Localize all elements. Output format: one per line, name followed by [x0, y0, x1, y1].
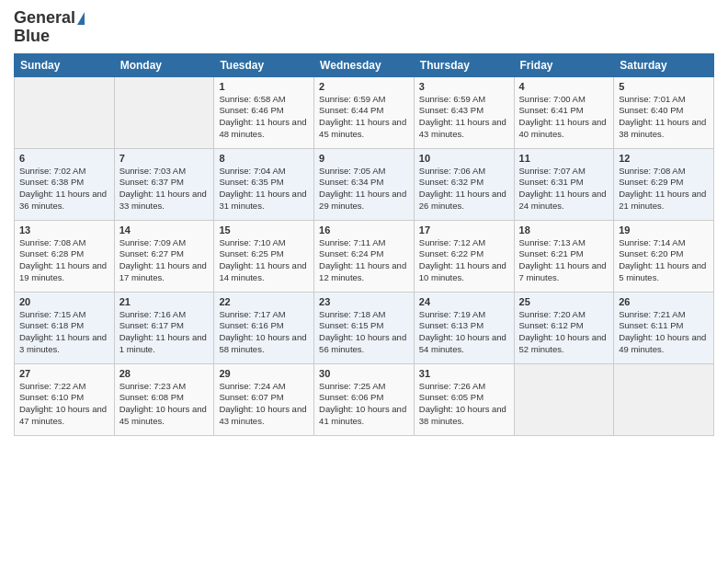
day-number: 26: [619, 296, 709, 307]
day-content: Sunrise: 7:20 AM Sunset: 6:12 PM Dayligh…: [519, 309, 609, 356]
day-content: Sunrise: 7:13 AM Sunset: 6:21 PM Dayligh…: [519, 237, 609, 284]
day-content: Sunrise: 7:07 AM Sunset: 6:31 PM Dayligh…: [519, 166, 609, 213]
day-number: 8: [219, 153, 309, 164]
day-cell: 17Sunrise: 7:12 AM Sunset: 6:22 PM Dayli…: [414, 220, 514, 292]
day-number: 24: [419, 296, 509, 307]
day-number: 20: [19, 296, 109, 307]
day-number: 4: [519, 81, 609, 92]
day-cell: 5Sunrise: 7:01 AM Sunset: 6:40 PM Daylig…: [614, 76, 714, 148]
day-number: 29: [219, 368, 309, 379]
day-cell: 10Sunrise: 7:06 AM Sunset: 6:32 PM Dayli…: [414, 148, 514, 220]
day-number: 31: [419, 368, 509, 379]
week-row-4: 20Sunrise: 7:15 AM Sunset: 6:18 PM Dayli…: [15, 292, 714, 363]
day-cell: 14Sunrise: 7:09 AM Sunset: 6:27 PM Dayli…: [114, 220, 214, 292]
day-cell: 1Sunrise: 6:58 AM Sunset: 6:46 PM Daylig…: [214, 76, 314, 148]
day-cell: [114, 76, 214, 148]
day-number: 1: [219, 81, 309, 92]
day-content: Sunrise: 7:14 AM Sunset: 6:20 PM Dayligh…: [619, 237, 709, 284]
logo-text-general: General: [14, 9, 75, 28]
day-content: Sunrise: 7:06 AM Sunset: 6:32 PM Dayligh…: [419, 166, 509, 213]
header-cell-saturday: Saturday: [614, 53, 714, 76]
week-row-3: 13Sunrise: 7:08 AM Sunset: 6:28 PM Dayli…: [15, 220, 714, 292]
day-number: 19: [619, 224, 709, 236]
day-cell: 2Sunrise: 6:59 AM Sunset: 6:44 PM Daylig…: [314, 76, 415, 148]
page-header: General Blue: [14, 9, 714, 46]
day-number: 6: [19, 153, 109, 164]
day-number: 15: [219, 224, 309, 236]
day-content: Sunrise: 7:11 AM Sunset: 6:24 PM Dayligh…: [319, 237, 409, 284]
day-content: Sunrise: 7:21 AM Sunset: 6:11 PM Dayligh…: [619, 309, 709, 356]
day-content: Sunrise: 7:01 AM Sunset: 6:40 PM Dayligh…: [619, 94, 709, 141]
day-content: Sunrise: 7:17 AM Sunset: 6:16 PM Dayligh…: [219, 309, 309, 356]
logo: General Blue: [14, 9, 85, 46]
day-content: Sunrise: 7:04 AM Sunset: 6:35 PM Dayligh…: [219, 166, 309, 213]
day-content: Sunrise: 7:02 AM Sunset: 6:38 PM Dayligh…: [19, 166, 109, 213]
day-cell: 4Sunrise: 7:00 AM Sunset: 6:41 PM Daylig…: [514, 76, 614, 148]
day-number: 18: [519, 224, 609, 236]
header-cell-friday: Friday: [514, 53, 614, 76]
day-content: Sunrise: 7:12 AM Sunset: 6:22 PM Dayligh…: [419, 237, 509, 284]
day-cell: 27Sunrise: 7:22 AM Sunset: 6:10 PM Dayli…: [15, 363, 115, 435]
day-cell: 25Sunrise: 7:20 AM Sunset: 6:12 PM Dayli…: [514, 292, 614, 363]
header-cell-monday: Monday: [114, 53, 214, 76]
day-number: 14: [119, 224, 210, 236]
day-number: 27: [19, 368, 109, 379]
day-content: Sunrise: 7:03 AM Sunset: 6:37 PM Dayligh…: [119, 166, 210, 213]
day-content: Sunrise: 6:59 AM Sunset: 6:44 PM Dayligh…: [319, 94, 409, 141]
day-content: Sunrise: 7:16 AM Sunset: 6:17 PM Dayligh…: [119, 309, 210, 356]
day-cell: 16Sunrise: 7:11 AM Sunset: 6:24 PM Dayli…: [314, 220, 415, 292]
day-content: Sunrise: 7:08 AM Sunset: 6:28 PM Dayligh…: [19, 237, 109, 284]
week-row-2: 6Sunrise: 7:02 AM Sunset: 6:38 PM Daylig…: [15, 148, 714, 220]
day-cell: 21Sunrise: 7:16 AM Sunset: 6:17 PM Dayli…: [114, 292, 214, 363]
week-row-5: 27Sunrise: 7:22 AM Sunset: 6:10 PM Dayli…: [15, 363, 714, 435]
day-number: 17: [419, 224, 509, 236]
day-number: 5: [619, 81, 709, 92]
day-content: Sunrise: 7:10 AM Sunset: 6:25 PM Dayligh…: [219, 237, 309, 284]
day-number: 9: [319, 153, 409, 164]
day-number: 16: [319, 224, 409, 236]
logo-text-blue: Blue: [14, 27, 50, 45]
day-content: Sunrise: 7:05 AM Sunset: 6:34 PM Dayligh…: [319, 166, 409, 213]
day-content: Sunrise: 7:24 AM Sunset: 6:07 PM Dayligh…: [219, 381, 309, 428]
header-cell-tuesday: Tuesday: [214, 53, 314, 76]
header-row: SundayMondayTuesdayWednesdayThursdayFrid…: [15, 53, 714, 76]
day-cell: 15Sunrise: 7:10 AM Sunset: 6:25 PM Dayli…: [214, 220, 314, 292]
day-cell: [514, 363, 614, 435]
day-content: Sunrise: 6:59 AM Sunset: 6:43 PM Dayligh…: [419, 94, 509, 141]
day-content: Sunrise: 7:18 AM Sunset: 6:15 PM Dayligh…: [319, 309, 409, 356]
day-cell: 12Sunrise: 7:08 AM Sunset: 6:29 PM Dayli…: [614, 148, 714, 220]
day-cell: 29Sunrise: 7:24 AM Sunset: 6:07 PM Dayli…: [214, 363, 314, 435]
day-number: 21: [119, 296, 210, 307]
day-cell: 18Sunrise: 7:13 AM Sunset: 6:21 PM Dayli…: [514, 220, 614, 292]
day-content: Sunrise: 7:23 AM Sunset: 6:08 PM Dayligh…: [119, 381, 210, 428]
day-number: 30: [319, 368, 409, 379]
day-number: 7: [119, 153, 210, 164]
day-cell: 11Sunrise: 7:07 AM Sunset: 6:31 PM Dayli…: [514, 148, 614, 220]
week-row-1: 1Sunrise: 6:58 AM Sunset: 6:46 PM Daylig…: [15, 76, 714, 148]
day-cell: 7Sunrise: 7:03 AM Sunset: 6:37 PM Daylig…: [114, 148, 214, 220]
day-content: Sunrise: 7:00 AM Sunset: 6:41 PM Dayligh…: [519, 94, 609, 141]
day-content: Sunrise: 7:15 AM Sunset: 6:18 PM Dayligh…: [19, 309, 109, 356]
day-number: 22: [219, 296, 309, 307]
day-cell: 6Sunrise: 7:02 AM Sunset: 6:38 PM Daylig…: [15, 148, 115, 220]
day-content: Sunrise: 7:08 AM Sunset: 6:29 PM Dayligh…: [619, 166, 709, 213]
calendar-table: SundayMondayTuesdayWednesdayThursdayFrid…: [14, 53, 714, 436]
day-number: 10: [419, 153, 509, 164]
day-cell: 24Sunrise: 7:19 AM Sunset: 6:13 PM Dayli…: [414, 292, 514, 363]
day-number: 3: [419, 81, 509, 92]
day-cell: 26Sunrise: 7:21 AM Sunset: 6:11 PM Dayli…: [614, 292, 714, 363]
day-number: 25: [519, 296, 609, 307]
day-number: 11: [519, 153, 609, 164]
day-content: Sunrise: 6:58 AM Sunset: 6:46 PM Dayligh…: [219, 94, 309, 141]
day-cell: 23Sunrise: 7:18 AM Sunset: 6:15 PM Dayli…: [314, 292, 415, 363]
day-number: 2: [319, 81, 409, 92]
header-cell-thursday: Thursday: [414, 53, 514, 76]
day-number: 13: [19, 224, 109, 236]
day-cell: [15, 76, 115, 148]
day-cell: 20Sunrise: 7:15 AM Sunset: 6:18 PM Dayli…: [15, 292, 115, 363]
day-content: Sunrise: 7:22 AM Sunset: 6:10 PM Dayligh…: [19, 381, 109, 428]
day-number: 12: [619, 153, 709, 164]
day-cell: 28Sunrise: 7:23 AM Sunset: 6:08 PM Dayli…: [114, 363, 214, 435]
day-cell: 30Sunrise: 7:25 AM Sunset: 6:06 PM Dayli…: [314, 363, 415, 435]
day-number: 28: [119, 368, 210, 379]
